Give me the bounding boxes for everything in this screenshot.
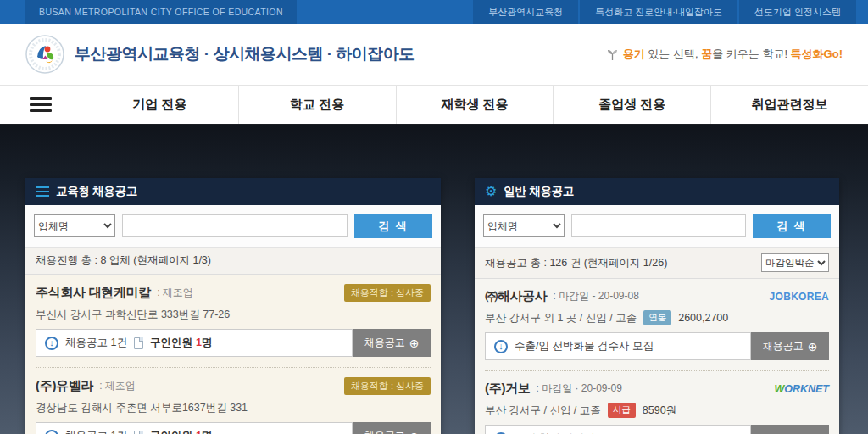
education-office-jobs-panel: 교육청 채용공고 업체명 검 색 채용진행 총 : 8 업체 (현재페이지 1/… [25,178,441,434]
company-category: : 제조업 [157,286,193,300]
general-jobs-summary-row: 채용공고 총 : 126 건 (현재페이지 1/26) 마감임박순 [475,248,839,279]
company-category: : 제조업 [99,379,136,393]
deadline-text: : 마감일 - 20-09-08 [554,289,639,303]
education-jobs-filter-select[interactable]: 업체명 [34,214,115,237]
deadline-text: : 마감일 · 20-09-09 [537,381,622,396]
education-jobs-summary-text: 채용진행 총 : 8 업체 (현재페이지 1/3) [36,253,211,268]
arrow-down-circle-icon: ↓ [45,430,58,434]
nav-hamburger-icon[interactable] [0,86,81,124]
arrow-down-circle-icon: ↓ [494,340,508,353]
general-jobs-search-row: 업체명 검 색 [475,205,839,248]
worknet-logo: WORKNET [774,383,829,395]
sort-order-select[interactable]: 마감임박순 [761,253,829,272]
general-jobs-summary-text: 채용공고 총 : 126 건 (현재페이지 1/26) [485,256,667,270]
general-jobs-panel-title: 일반 채용공고 [504,184,574,199]
topbar-link-education-office[interactable]: 부산광역시교육청 [473,0,578,24]
gear-icon: ⚙ [485,185,497,198]
slogan-text: 용기 있는 선택, 꿈을 키우는 학교! 특성화Go! [623,47,843,62]
company-list-item: 주식회사 대현케미칼 : 제조업 채용적합 : 심사중 부산시 강서구 과학산단… [36,275,431,368]
document-icon [134,431,143,434]
education-office-logo-icon [25,35,64,74]
education-jobs-list: 주식회사 대현케미칼 : 제조업 채용적합 : 심사중 부산시 강서구 과학산단… [25,275,441,434]
general-jobs-filter-select[interactable]: 업체명 [483,214,565,237]
education-jobs-search-row: 업체명 검 색 [25,205,441,248]
sprout-icon [606,48,619,61]
general-jobs-panel-header: ⚙ 일반 채용공고 [475,178,839,205]
education-jobs-panel-header: 교육청 채용공고 [25,178,441,205]
job-title: 수출/입 선박화물 검수사 모집 [515,339,654,353]
view-posting-button[interactable]: 채용공고⊕ [751,425,829,434]
header-slogan: 용기 있는 선택, 꿈을 키우는 학교! 특성화Go! [606,47,843,62]
hire-label: 구인인원 [150,336,192,350]
job-list-item: (주)거보 : 마감일 · 20-09-09 WORKNET 부산 강서구 / … [485,371,829,434]
pay-amount: 2600,2700 [678,312,728,324]
site-header: 부산광역시교육청 · 상시채용시스템 · 하이잡아도 용기 있는 선택, 꿈을 … [0,24,868,85]
main-nav: 기업 전용 학교 전용 재학생 전용 졸업생 전용 취업관련정보 [0,85,868,125]
nav-item-enrolled-student[interactable]: 재학생 전용 [396,86,554,124]
pay-amount: 8590원 [643,403,676,418]
document-icon [134,337,143,349]
general-jobs-list: ㈜해사공사 : 마감일 - 20-09-08 JOBKOREA 부산 강서구 외… [475,279,839,434]
top-utility-bar: BUSAN METROPOLITAN CITY OFFICE OF EDUCAT… [0,0,868,24]
office-name-text: BUSAN METROPOLITAN CITY OFFICE OF EDUCAT… [39,7,283,17]
company-name[interactable]: (주)유벨라 [36,378,93,394]
job-title-box: ↓ 수출/입 선박화물 검수사 모집 [485,332,751,360]
company-name[interactable]: 주식회사 대현케미칼 [36,285,151,301]
jobkorea-logo: JOBKOREA [770,291,829,303]
general-jobs-panel: ⚙ 일반 채용공고 업체명 검 색 채용공고 총 : 126 건 (현재페이지 … [475,178,839,434]
job-meta: 부산 강서구 / 신입 / 고졸 [485,403,601,418]
posting-count: 채용공고 1건 [65,429,127,434]
review-status-badge: 채용적합 : 심사중 [344,284,431,302]
posting-count: 채용공고 1건 [65,336,127,350]
job-title-box: ↓ 품질 현장 관리원 [485,425,751,434]
plus-circle-icon: ⊕ [808,341,818,353]
plus-circle-icon: ⊕ [409,431,420,434]
review-status-badge: 채용적합 : 심사중 [344,377,431,395]
view-posting-button[interactable]: 채용공고⊕ [353,422,431,434]
nav-item-graduate[interactable]: 졸업생 전용 [553,86,710,124]
topbar-links: 부산광역시교육청 특성화고 진로안내·내일잡아도 선도기업 인정시스템 [471,0,856,24]
company-list-item: (주)유벨라 : 제조업 채용적합 : 심사중 경상남도 김해시 주촌면 서부로… [36,368,431,434]
company-name[interactable]: ㈜해사공사 [485,288,548,304]
nav-item-employment-info[interactable]: 취업관련정보 [710,86,868,124]
hire-count: 1 [196,430,202,434]
nav-item-company[interactable]: 기업 전용 [81,86,238,124]
job-meta: 부산 강서구 외 1 곳 / 신입 / 고졸 [485,311,637,326]
education-jobs-search-button[interactable]: 검 색 [354,214,432,238]
company-address: 경상남도 김해시 주촌면 서부로1637번길 331 [36,401,431,415]
plus-circle-icon: ⊕ [409,337,420,349]
posting-info-box: ↓ 채용공고 1건 구인인원 1명 [36,422,353,434]
company-address: 부산시 강서구 과학산단로 333번길 77-26 [36,308,431,322]
hire-count: 1 [196,337,202,348]
list-icon [36,184,49,199]
general-jobs-search-button[interactable]: 검 색 [753,214,831,238]
posting-info-box: ↓ 채용공고 1건 구인인원 1명 [36,329,353,357]
view-posting-button[interactable]: 채용공고⊕ [353,329,431,357]
main-area: 교육청 채용공고 업체명 검 색 채용진행 총 : 8 업체 (현재페이지 1/… [0,125,868,434]
general-jobs-search-input[interactable] [571,214,746,237]
education-jobs-search-input[interactable] [122,214,348,237]
brand[interactable]: 부산광역시교육청 · 상시채용시스템 · 하이잡아도 [25,35,415,74]
job-list-item: ㈜해사공사 : 마감일 - 20-09-08 JOBKOREA 부산 강서구 외… [485,279,829,371]
hourly-pay-badge: 시급 [608,403,636,418]
topbar-link-leading-company[interactable]: 선도기업 인정시스템 [739,0,856,24]
site-title: 부산광역시교육청 · 상시채용시스템 · 하이잡아도 [75,43,415,65]
company-name[interactable]: (주)거보 [485,381,531,397]
topbar-link-career-guide[interactable]: 특성화고 진로안내·내일잡아도 [580,0,737,24]
topbar-office-name: BUSAN METROPOLITAN CITY OFFICE OF EDUCAT… [25,0,297,24]
annual-pay-badge: 연봉 [643,310,671,326]
view-posting-button[interactable]: 채용공고⊕ [751,332,829,360]
page: BUSAN METROPOLITAN CITY OFFICE OF EDUCAT… [0,0,868,434]
arrow-down-circle-icon: ↓ [45,337,58,350]
hire-label: 구인인원 [150,429,192,434]
education-jobs-summary-row: 채용진행 총 : 8 업체 (현재페이지 1/3) [25,248,441,275]
education-jobs-panel-title: 교육청 채용공고 [56,184,137,199]
nav-item-school[interactable]: 학교 전용 [238,86,396,124]
